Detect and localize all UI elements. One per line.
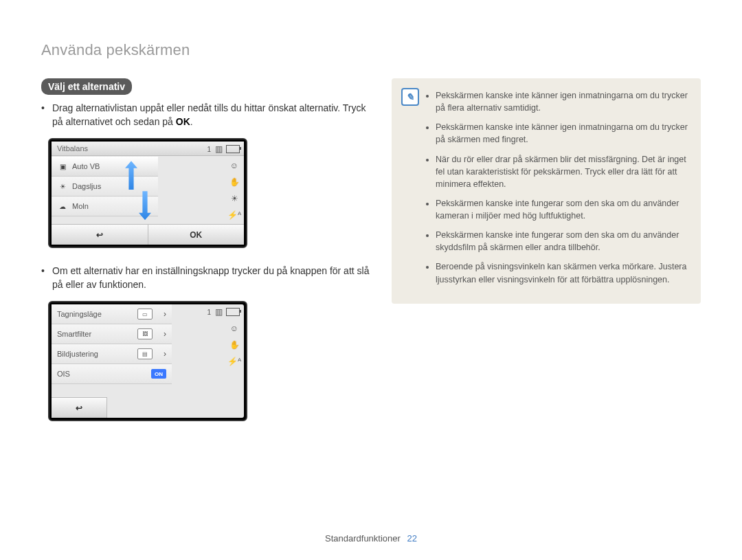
ois-icon: ✋ — [229, 177, 240, 187]
note-item: Pekskärmen kanske inte fungerar som den … — [436, 197, 688, 222]
cam1-item-label: Auto VB — [72, 162, 100, 170]
bullet-icon: • — [41, 102, 48, 128]
note-icon: ✎ — [401, 88, 419, 106]
toggle-instruction: • Om ett alternativ har en inställningsk… — [41, 265, 371, 291]
footer-page-number: 22 — [407, 533, 417, 544]
chevron-right-icon: › — [164, 329, 166, 339]
sun-icon: ☀ — [57, 181, 68, 191]
cam1-item-dagsljus[interactable]: ☀ Dagsljus — [52, 177, 158, 197]
flash-auto-icon: ⚡ᴬ — [229, 357, 240, 366]
note-box: ✎ Pekskärmen kanske inte känner igen inm… — [392, 78, 701, 304]
cam1-item-label: Dagsljus — [72, 182, 101, 190]
page-footer: Standardfunktioner 22 — [0, 533, 742, 544]
note-item: Beroende på visningsvinkeln kan skärmen … — [436, 260, 688, 285]
cam1-item-label: Moln — [72, 202, 89, 210]
wb-icon: ☀ — [229, 194, 240, 203]
cam2-item-label: Smartfilter — [57, 330, 91, 338]
footer-section: Standardfunktioner — [325, 533, 401, 544]
cam2-back-button[interactable]: ↩ — [52, 397, 107, 418]
cam2-item-label: OIS — [57, 370, 70, 378]
cam2-item-smartfilter[interactable]: Smartfilter 🖼 › — [52, 324, 172, 344]
flash-auto-icon: ⚡ᴬ — [229, 210, 240, 220]
awb-icon: ▣ — [57, 161, 68, 171]
cam1-status-icons: 1▥ ☺ ✋ ☀ ⚡ᴬ — [178, 143, 240, 240]
note-item: Pekskärmen kanske inte känner igen inmat… — [436, 89, 688, 114]
section-heading: Välj ett alternativ — [41, 78, 132, 95]
picture-icon: 🖼 — [137, 328, 153, 339]
card-icon: ▥ — [213, 307, 224, 317]
cam1-count: 1 — [207, 146, 211, 153]
cam1-item-auto-vb[interactable]: ▣ Auto VB — [52, 157, 158, 177]
cam2-status-icons: 1▥ ☺ ✋ ⚡ᴬ — [178, 306, 240, 414]
left-column: Välj ett alternativ • Drag alternativlis… — [41, 78, 371, 438]
toggle-instruction-text: Om ett alternativ har en inställningskna… — [52, 265, 371, 291]
drag-instruction-text: Drag alternativlistan uppåt eller nedåt … — [52, 102, 366, 127]
camera-screen-whitebalance: Vitbalans ▣ Auto VB ☀ Dagsljus ☁ Moln — [48, 138, 247, 248]
cam2-count: 1 — [207, 309, 211, 316]
drag-instruction: • Drag alternativlistan uppåt eller nedå… — [41, 102, 371, 128]
inline-ok-icon: OK — [176, 116, 190, 127]
cloud-icon: ☁ — [57, 201, 68, 211]
battery-icon — [226, 145, 240, 153]
chevron-right-icon: › — [164, 309, 166, 319]
cam2-list[interactable]: Tagningsläge ▭ › Smartfilter 🖼 › Bildjus… — [52, 304, 172, 396]
ois-icon: ✋ — [229, 340, 240, 350]
face-icon: ☺ — [229, 324, 240, 333]
note-item: Pekskärmen kanske inte känner igen inmat… — [436, 121, 688, 146]
cam2-item-bildjustering[interactable]: Bildjustering ▤ › — [52, 344, 172, 364]
bullet-icon: • — [41, 265, 48, 291]
note-item: När du rör eller drar på skärmen blir de… — [436, 153, 688, 190]
right-column: ✎ Pekskärmen kanske inte känner igen inm… — [392, 78, 701, 438]
chevron-right-icon: › — [164, 349, 166, 359]
bars-icon: ▤ — [137, 348, 153, 359]
card-icon: ▥ — [213, 144, 224, 154]
face-icon: ☺ — [229, 161, 240, 170]
camera-screen-settings: Tagningsläge ▭ › Smartfilter 🖼 › Bildjus… — [48, 301, 247, 421]
rect-icon: ▭ — [137, 309, 153, 320]
ois-toggle-on[interactable]: ON — [151, 369, 166, 379]
cam2-item-label: Tagningsläge — [57, 310, 102, 318]
battery-icon — [226, 308, 240, 316]
cam2-item-tagningslage[interactable]: Tagningsläge ▭ › — [52, 304, 172, 324]
page-title: Använda pekskärmen — [41, 41, 701, 59]
cam2-item-ois[interactable]: OIS ON — [52, 364, 172, 384]
cam2-item-label: Bildjustering — [57, 350, 98, 358]
cam1-back-button[interactable]: ↩ — [52, 224, 148, 245]
note-item: Pekskärmen kanske inte fungerar som den … — [436, 229, 688, 254]
